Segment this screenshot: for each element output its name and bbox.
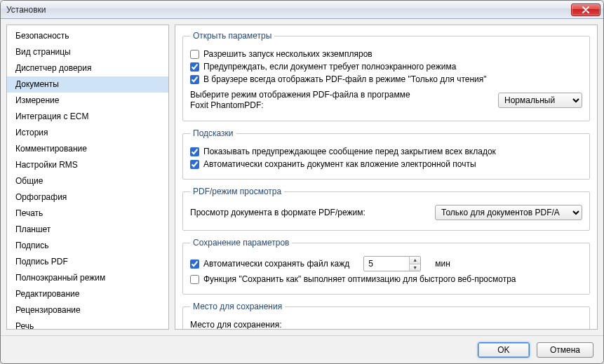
warn-close-tabs-checkbox[interactable] bbox=[190, 147, 199, 156]
spin-down-button[interactable]: ▼ bbox=[410, 264, 420, 271]
sidebar-item-18[interactable]: Речь bbox=[7, 318, 168, 330]
sidebar-item-1[interactable]: Вид страницы bbox=[7, 44, 168, 60]
autosave-interval-spinner[interactable]: ▲ ▼ bbox=[363, 256, 421, 271]
group-pdfa: PDF/режим просмотра Просмотр документа в… bbox=[182, 187, 590, 231]
sidebar-item-5[interactable]: Интеграция с ECM bbox=[7, 109, 168, 125]
group-tooltips-legend: Подсказки bbox=[190, 128, 236, 138]
sidebar-item-2[interactable]: Диспетчер доверия bbox=[7, 60, 168, 76]
autosave-unit: мин bbox=[435, 259, 450, 269]
warn-fullscreen-label[interactable]: Предупреждать, если документ требует пол… bbox=[203, 62, 456, 72]
autosave-label[interactable]: Автоматически сохранять файл кажд bbox=[203, 259, 349, 269]
group-open-parameters: Открыть параметры Разрешить запуск неско… bbox=[182, 31, 590, 121]
group-tooltips: Подсказки Показывать предупреждающее соо… bbox=[182, 128, 590, 180]
sidebar-item-0[interactable]: Безопасность bbox=[7, 28, 168, 44]
close-icon bbox=[582, 6, 590, 13]
group-save-legend: Сохранение параметров bbox=[190, 238, 292, 248]
sidebar-item-4[interactable]: Измерение bbox=[7, 93, 168, 109]
category-sidebar[interactable]: БезопасностьВид страницыДиспетчер довери… bbox=[6, 25, 169, 330]
pdfa-mode-select[interactable]: Только для документов PDF/A bbox=[435, 205, 582, 220]
allow-multiple-instances-checkbox[interactable] bbox=[190, 50, 199, 59]
close-button[interactable] bbox=[571, 4, 600, 16]
display-mode-select[interactable]: Нормальный bbox=[498, 93, 582, 108]
sidebar-item-7[interactable]: Комментирование bbox=[7, 141, 168, 157]
window-title: Установки bbox=[6, 5, 46, 15]
sidebar-item-11[interactable]: Печать bbox=[7, 205, 168, 222]
sidebar-item-12[interactable]: Планшет bbox=[7, 222, 168, 238]
cancel-button[interactable]: Отмена bbox=[537, 342, 593, 358]
warn-fullscreen-checkbox[interactable] bbox=[190, 62, 199, 72]
content-panel: Открыть параметры Разрешить запуск неско… bbox=[175, 25, 598, 330]
browser-readonly-checkbox[interactable] bbox=[190, 75, 199, 84]
pdfa-mode-label: Просмотр документа в формате PDF/режим: bbox=[190, 208, 365, 217]
group-location-legend: Место для сохранения bbox=[190, 302, 285, 311]
group-open-legend: Открыть параметры bbox=[190, 31, 274, 41]
display-mode-text: Выберите режим отображения PDF-файла в п… bbox=[190, 90, 415, 111]
titlebar: Установки bbox=[1, 1, 603, 19]
autosave-interval-input[interactable] bbox=[364, 257, 409, 271]
settings-window: Установки БезопасностьВид страницыДиспет… bbox=[0, 0, 604, 364]
sidebar-item-9[interactable]: Общие bbox=[7, 173, 168, 189]
spin-up-button[interactable]: ▲ bbox=[410, 257, 420, 264]
dialog-body: БезопасностьВид страницыДиспетчер довери… bbox=[1, 19, 603, 335]
saveas-web-optimize-label[interactable]: Функция "Сохранить как" выполняет оптими… bbox=[203, 274, 516, 284]
group-save: Сохранение параметров Автоматически сохр… bbox=[182, 238, 590, 295]
sidebar-item-6[interactable]: История bbox=[7, 125, 168, 141]
allow-multiple-instances-label[interactable]: Разрешить запуск нескольких экземпляров bbox=[203, 49, 373, 59]
sidebar-item-16[interactable]: Редактирование bbox=[7, 286, 168, 302]
sidebar-item-17[interactable]: Рецензирование bbox=[7, 302, 168, 318]
auto-attach-email-label[interactable]: Автоматически сохранить документ как вло… bbox=[203, 159, 476, 169]
sidebar-item-15[interactable]: Полноэкранный режим bbox=[7, 270, 168, 286]
browser-readonly-label[interactable]: В браузере всегда отображать PDF-файл в … bbox=[203, 74, 487, 84]
sidebar-item-10[interactable]: Орфография bbox=[7, 189, 168, 205]
group-pdfa-legend: PDF/режим просмотра bbox=[190, 187, 284, 196]
sidebar-item-3[interactable]: Документы bbox=[7, 76, 168, 93]
sidebar-item-13[interactable]: Подпись bbox=[7, 238, 168, 254]
save-location-label: Место для сохранения: bbox=[190, 320, 282, 330]
sidebar-item-14[interactable]: Подпись PDF bbox=[7, 254, 168, 270]
saveas-web-optimize-checkbox[interactable] bbox=[190, 275, 199, 284]
auto-attach-email-checkbox[interactable] bbox=[190, 160, 199, 169]
group-location: Место для сохранения Место для сохранени… bbox=[182, 302, 590, 330]
autosave-checkbox[interactable] bbox=[190, 259, 199, 269]
dialog-footer: OK Отмена bbox=[1, 335, 603, 363]
sidebar-item-8[interactable]: Настройки RMS bbox=[7, 157, 168, 173]
warn-close-tabs-label[interactable]: Показывать предупреждающее сообщение пер… bbox=[203, 147, 496, 156]
ok-button[interactable]: OK bbox=[478, 342, 530, 358]
